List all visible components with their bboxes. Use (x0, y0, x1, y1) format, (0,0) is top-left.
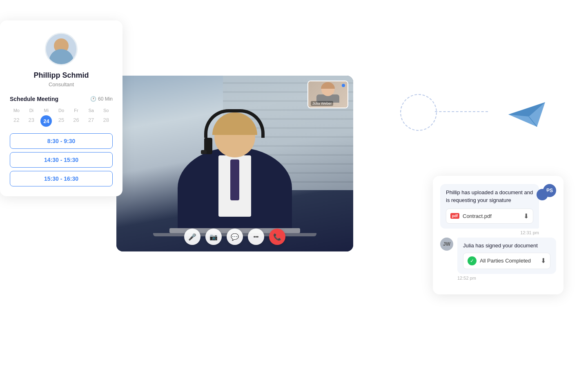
chat-message-1: PS Phillip has uploaded a document and i… (440, 184, 556, 235)
day-label-do: Do (55, 107, 68, 114)
calendar-day-23[interactable]: 23 (25, 115, 38, 127)
video-controls: 🎤 📷 💬 ••• 📞 (184, 229, 285, 245)
chat-bubble-upload: Phillip has uploaded a document and is r… (440, 184, 539, 229)
small-video-thumbnail: Julia Weber (307, 81, 348, 108)
schedule-duration: 🕐 60 Min (90, 96, 113, 102)
day-label-di: Di (25, 107, 38, 114)
avatar-body (49, 49, 74, 65)
chat-time-2: 12:52 pm (457, 276, 556, 280)
download-icon[interactable]: ⬇ (523, 212, 529, 220)
calendar-day-24[interactable]: 24 (40, 115, 52, 127)
calendar-day-25[interactable]: 25 (55, 115, 68, 127)
paper-plane-decoration (508, 102, 545, 128)
doc-attachment: pdf Contract.pdf ⬇ (446, 209, 533, 224)
sender-avatar-jw: JW (440, 238, 453, 251)
camera-button[interactable]: 📷 (205, 229, 222, 245)
calendar-day-22[interactable]: 22 (10, 115, 23, 127)
doc-name: Contract.pdf (463, 213, 520, 219)
decorative-line (435, 111, 488, 112)
calendar-grid: Mo Di Mi Do Fr Sa So 22 23 24 25 26 27 2… (10, 107, 113, 127)
day-label-fr: Fr (69, 107, 83, 114)
more-button[interactable]: ••• (248, 229, 264, 245)
avatar (45, 33, 78, 65)
day-label-sa: Sa (85, 107, 98, 114)
chat-bubble-right-inner: Phillip has uploaded a document and is r… (440, 184, 539, 235)
chat-message-2: JW Julia has signed your document ✓ All … (440, 238, 556, 280)
video-status-dot (342, 84, 345, 87)
signed-check-icon: ✓ (468, 256, 477, 265)
chat-text-upload: Phillip has uploaded a document and is r… (446, 189, 533, 204)
decorative-circle (400, 94, 437, 131)
download-signed-icon[interactable]: ⬇ (541, 257, 546, 265)
video-area: Julia Weber 🎤 📷 💬 ••• 📞 (116, 76, 353, 251)
chat-time-1: 12:31 pm (440, 230, 539, 235)
clock-icon: 🕐 (90, 96, 96, 102)
avatar-image (46, 33, 76, 65)
schedule-title: Schedule Meeting (10, 96, 58, 102)
signed-attachment: ✓ All Parties Completed ⬇ (463, 253, 550, 269)
time-slot-2[interactable]: 14:30 - 15:30 (10, 152, 113, 168)
time-slot-3[interactable]: 15:30 - 16:30 (10, 171, 113, 186)
calendar-day-27[interactable]: 27 (85, 115, 98, 127)
chat-panel: PS Phillip has uploaded a document and i… (433, 176, 564, 294)
signed-label: All Parties Completed (480, 258, 537, 264)
schedule-header: Schedule Meeting 🕐 60 Min (10, 96, 113, 102)
chat-bubble-signed: Julia has signed your document ✓ All Par… (457, 238, 556, 274)
chat-text-signed: Julia has signed your document (463, 242, 550, 249)
day-label-so: So (99, 107, 113, 114)
small-video-name: Julia Weber (311, 101, 333, 106)
calendar-day-26[interactable]: 26 (69, 115, 83, 127)
pdf-badge: pdf (450, 213, 459, 219)
profile-name: Phillipp Schmid (10, 71, 113, 80)
profile-card: Phillipp Schmid Consultant Schedule Meet… (0, 20, 122, 196)
end-call-button[interactable]: 📞 (269, 229, 285, 245)
chat-bubble-left-inner: Julia has signed your document ✓ All Par… (457, 238, 556, 280)
time-slot-1[interactable]: 8:30 - 9:30 (10, 133, 113, 149)
day-label-mi: Mi (40, 107, 53, 114)
calendar-day-28[interactable]: 28 (99, 115, 113, 127)
day-label-mo: Mo (10, 107, 23, 114)
profile-role: Consultant (10, 81, 113, 88)
chat-button[interactable]: 💬 (227, 229, 243, 245)
mic-button[interactable]: 🎤 (184, 229, 200, 245)
